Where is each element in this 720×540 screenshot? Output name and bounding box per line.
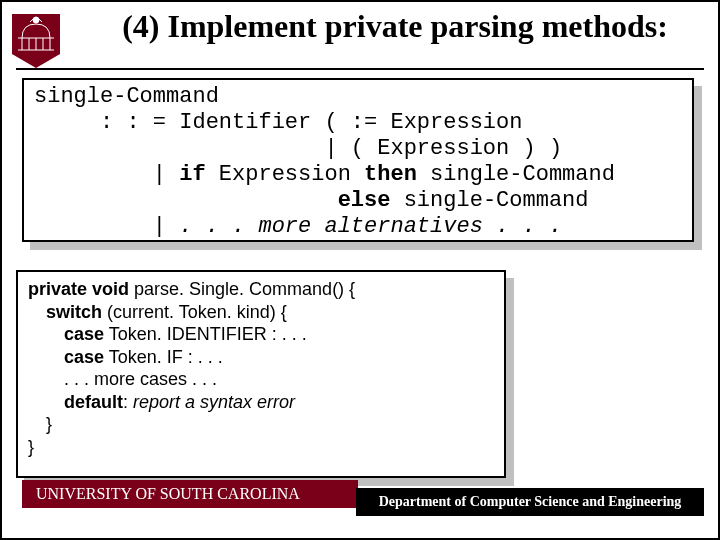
slide: (4) Implement private parsing methods: s… — [0, 0, 720, 540]
g-then: then — [364, 162, 417, 187]
c-l1: private void parse. Single. Command() { — [28, 278, 494, 301]
g-l6a: | — [34, 214, 179, 239]
g-l3: | ( Expression ) ) — [34, 136, 562, 161]
g-l5b: single-Command — [390, 188, 588, 213]
code-box: private void parse. Single. Command() { … — [16, 270, 506, 478]
g-l4b: Expression — [206, 162, 364, 187]
c-l3: case Token. IDENTIFIER : . . . — [28, 323, 494, 346]
g-more: . . . more alternatives . . . — [179, 214, 562, 239]
c-l6: default: report a syntax error — [28, 391, 494, 414]
footer-university: UNIVERSITY OF SOUTH CAROLINA — [22, 480, 358, 508]
title-rule — [16, 68, 704, 70]
slide-title: (4) Implement private parsing methods: — [92, 8, 698, 45]
g-if: if — [179, 162, 205, 187]
g-l2: : : = Identifier ( := Expression — [34, 110, 522, 135]
c-l7: } — [28, 413, 494, 436]
g-l1: single-Command — [34, 84, 219, 109]
g-else: else — [338, 188, 391, 213]
grammar-box: single-Command : : = Identifier ( := Exp… — [22, 78, 694, 242]
c-l2: switch (current. Token. kind) { — [28, 301, 494, 324]
c-l5: . . . more cases . . . — [28, 368, 494, 391]
g-l5a — [34, 188, 338, 213]
c-l4: case Token. IF : . . . — [28, 346, 494, 369]
footer-department: Department of Computer Science and Engin… — [356, 488, 704, 516]
usc-logo — [12, 14, 60, 68]
g-l4c: single-Command — [417, 162, 615, 187]
g-l4a: | — [34, 162, 179, 187]
c-l8: } — [28, 436, 494, 459]
